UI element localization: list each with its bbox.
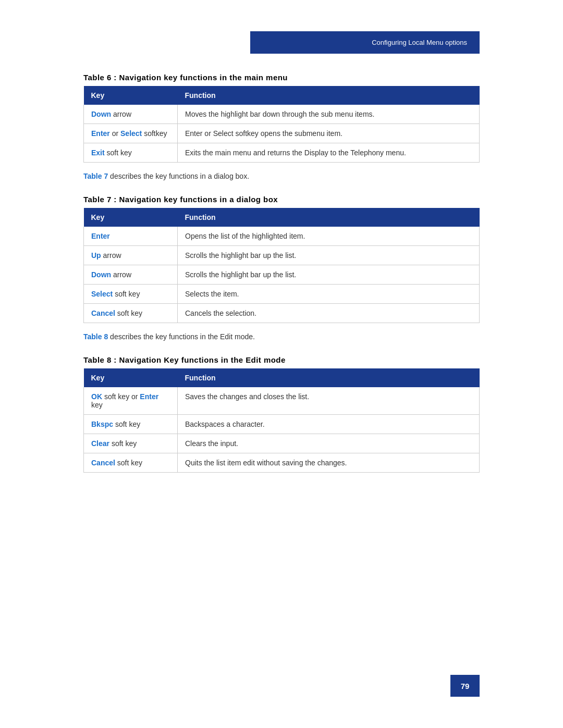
table6-function-2: Enter or Select softkey opens the submen… [178,124,480,143]
key-rest: arrow [111,270,131,279]
key-rest: soft key [105,149,132,157]
table8-function-4: Quits the list item edit without saving … [178,453,480,473]
table8-key-4: Cancel soft key [84,453,178,473]
table6-title: Table 6 : Navigation key functions in th… [83,73,480,82]
table-row: Down arrow Scrolls the highlight bar up … [84,265,480,285]
key-bold: Up [91,251,101,260]
table8-key-2: Bkspc soft key [84,415,178,434]
table-row: Bkspc soft key Backspaces a character. [84,415,480,434]
ref-text-table8: Table 8 describes the key functions in t… [83,332,480,341]
table8-function-3: Clears the input. [178,434,480,453]
table-row: Cancel soft key Quits the list item edit… [84,453,480,473]
header-text: Configuring Local Menu options [372,39,467,46]
table-row: Exit soft key Exits the main menu and re… [84,143,480,163]
header-bar: Configuring Local Menu options [250,31,480,54]
table7-function-4: Selects the item. [178,285,480,304]
table7-function-5: Cancels the selection. [178,304,480,323]
ref-text-table7: Table 7 describes the key functions in a… [83,172,480,180]
table7: Key Function Enter Opens the list of the… [83,208,480,323]
table8-col2-header: Function [178,368,480,387]
table7-title: Table 7 : Navigation key functions in a … [83,195,480,204]
table7-key-2: Up arrow [84,246,178,265]
table7-key-4: Select soft key [84,285,178,304]
table6-col2-header: Function [178,86,480,105]
table6: Key Function Down arrow Moves the highli… [83,86,480,163]
key-bold: Down [91,270,111,279]
key-bold2: Enter [140,392,158,401]
key-bold: Exit [91,149,105,157]
table7-col2-header: Function [178,208,480,227]
table7-function-1: Opens the list of the highlighted item. [178,227,480,246]
key-bold2: Select [120,129,142,138]
table8-function-1: Saves the changes and closes the list. [178,387,480,415]
key-bold: Enter [91,232,110,240]
main-content: Table 6 : Navigation key functions in th… [83,73,480,473]
page-number: 79 [461,682,470,690]
table-row: Enter or Select softkey Enter or Select … [84,124,480,143]
table8-key-3: Clear soft key [84,434,178,453]
table8-key-1: OK soft key or Enter key [84,387,178,415]
table6-key-2: Enter or Select softkey [84,124,178,143]
table-row: Cancel soft key Cancels the selection. [84,304,480,323]
key-bold: Down [91,110,111,118]
table6-key-3: Exit soft key [84,143,178,163]
table7-key-5: Cancel soft key [84,304,178,323]
key-rest: soft key [109,439,137,448]
table7-function-3: Scrolls the highlight bar up the list. [178,265,480,285]
page-container: Configuring Local Menu options Table 6 :… [0,0,563,728]
table-row: OK soft key or Enter key Saves the chang… [84,387,480,415]
key-bold: OK [91,392,102,401]
table-row: Down arrow Moves the highlight bar down … [84,105,480,124]
table8-col1-header: Key [84,368,178,387]
table7-col1-header: Key [84,208,178,227]
key-rest: soft key [113,290,140,298]
ref-text-table8-rest: describes the key functions in the Edit … [108,332,255,341]
table8-function-2: Backspaces a character. [178,415,480,434]
key-rest: soft key [115,459,142,467]
table-row: Select soft key Selects the item. [84,285,480,304]
key-rest2: key [91,401,103,409]
page-number-box: 79 [450,675,480,697]
key-rest2: softkey [142,129,167,138]
key-rest: soft key [115,309,142,317]
key-rest: soft key or [102,392,140,401]
table6-key-1: Down arrow [84,105,178,124]
key-bold: Cancel [91,459,115,467]
table8: Key Function OK soft key or Enter key Sa… [83,368,480,473]
key-rest: soft key [113,420,140,428]
key-rest: arrow [111,110,131,118]
table7-link[interactable]: Table 7 [83,172,108,180]
table7-key-3: Down arrow [84,265,178,285]
table7-key-1: Enter [84,227,178,246]
table-row: Enter Opens the list of the highlighted … [84,227,480,246]
key-bold: Clear [91,439,109,448]
key-bold: Bkspc [91,420,113,428]
key-bold: Enter [91,129,110,138]
table6-function-1: Moves the highlight bar down through the… [178,105,480,124]
ref-text-table7-rest: describes the key functions in a dialog … [108,172,249,180]
key-rest: arrow [101,251,121,260]
key-bold: Select [91,290,113,298]
table6-col1-header: Key [84,86,178,105]
table-row: Clear soft key Clears the input. [84,434,480,453]
table8-title: Table 8 : Navigation Key functions in th… [83,355,480,364]
table8-link[interactable]: Table 8 [83,332,108,341]
table6-function-3: Exits the main menu and returns the Disp… [178,143,480,163]
table-row: Up arrow Scrolls the highlight bar up th… [84,246,480,265]
table7-function-2: Scrolls the highlight bar up the list. [178,246,480,265]
key-bold: Cancel [91,309,115,317]
key-rest: or [110,129,120,138]
